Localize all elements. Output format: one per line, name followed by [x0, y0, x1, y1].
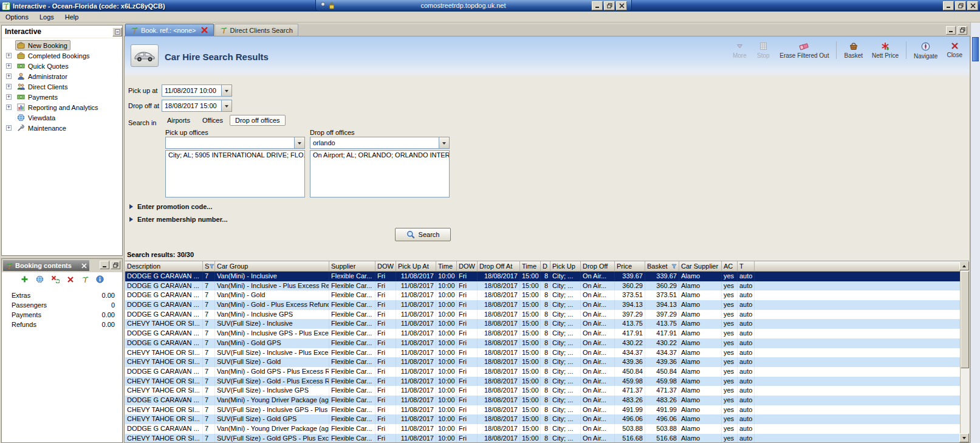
menu-item-help[interactable]: Help — [60, 12, 84, 22]
pin-icon[interactable] — [320, 2, 326, 9]
pickup-offices-dropdown-button[interactable] — [294, 137, 304, 148]
window-scrollbar-thumb[interactable] — [972, 37, 979, 61]
column-header-pick-up-at[interactable]: Pick Up At — [396, 261, 436, 272]
expander-icon[interactable]: + — [6, 105, 12, 110]
list-option[interactable]: On Airport; AL; ORLANDO; ORLANDO INTER..… — [310, 151, 449, 160]
result-row[interactable]: CHEVY TAHOE OR SI...7SUV(Full Size) - In… — [125, 386, 960, 396]
expander-icon[interactable]: + — [6, 84, 12, 89]
scrollbar-thumb[interactable] — [961, 271, 969, 368]
result-row[interactable]: CHEVY TAHOE OR SI...7SUV(Full Size) - Go… — [125, 377, 960, 386]
delete-button[interactable] — [66, 275, 75, 284]
sidebar-collapse-button[interactable] — [112, 27, 122, 36]
table-scrollbar[interactable] — [960, 261, 969, 442]
erase-filtered-out-button[interactable]: Erase Filtered Out — [776, 39, 832, 61]
document-minimize-button[interactable] — [946, 26, 956, 35]
dropoff-offices-dropdown-button[interactable] — [439, 137, 449, 148]
result-row[interactable]: DODGE G CARAVAN ...7Van(Mini) - Inclusiv… — [125, 272, 960, 281]
close-button[interactable]: Close — [943, 39, 966, 61]
column-header-d[interactable]: D — [541, 261, 550, 272]
membership-number-toggle[interactable]: Enter membership number... — [129, 216, 228, 223]
tab-close-button[interactable] — [200, 26, 208, 34]
column-header-drop-off-at[interactable]: Drop Off At — [478, 261, 520, 272]
result-row[interactable]: DODGE G CARAVAN ...7Van(Mini) - Inclusiv… — [125, 281, 960, 291]
window-minimize-button[interactable] — [943, 1, 954, 10]
scroll-down-button[interactable] — [959, 433, 969, 442]
column-header-drop-off[interactable]: Drop Off — [581, 261, 615, 272]
add-button[interactable] — [20, 275, 29, 284]
column-header-time[interactable]: Time — [436, 261, 457, 272]
pickup-offices-input[interactable] — [166, 137, 294, 148]
pickup-at-dropdown-button[interactable] — [221, 85, 231, 96]
column-header-basket[interactable]: Basket — [645, 261, 679, 272]
column-header-supplier[interactable]: Supplier — [329, 261, 375, 272]
result-row[interactable]: DODGE G CARAVAN ...7Van(Mini) - GoldFlex… — [125, 290, 960, 300]
sidebar-item-reporting-and-analytics[interactable]: +Reporting and Analytics — [2, 102, 122, 112]
column-header-dow[interactable]: DOW — [375, 261, 396, 272]
column-header-s[interactable]: S — [203, 261, 215, 272]
search-in-tab-offices[interactable]: Offices — [197, 115, 228, 126]
basket-button[interactable]: Basket — [840, 39, 866, 61]
column-header-car-supplier[interactable]: Car Supplier — [679, 261, 722, 272]
sidebar-item-completed-bookings[interactable]: +Completed Bookings — [2, 50, 122, 61]
result-row[interactable]: DODGE G CARAVAN ...7Van(Mini) - Young Dr… — [125, 396, 960, 405]
rdp-minimize-button[interactable] — [592, 1, 603, 10]
palm-button[interactable] — [81, 275, 89, 284]
pickup-at-input[interactable] — [162, 85, 221, 96]
result-row[interactable]: CHEVY TAHOE OR SI...7SUV(Full Size) - Go… — [125, 414, 960, 424]
expander-icon[interactable]: + — [6, 94, 12, 100]
navigate-button[interactable]: Navigate — [910, 39, 941, 61]
funnel-icon[interactable] — [671, 264, 677, 269]
booking-contents-minimize-button[interactable] — [100, 261, 109, 269]
expander-icon[interactable]: + — [6, 63, 12, 69]
result-row[interactable]: DODGE G CARAVAN ...7Van(Mini) - Inclusiv… — [125, 329, 960, 338]
rdp-restore-button[interactable] — [604, 1, 615, 10]
globe-button[interactable] — [35, 275, 44, 284]
column-header-dow[interactable]: DOW — [457, 261, 478, 272]
result-row[interactable]: CHEVY TAHOE OR SI...7SUV(Full Size) - In… — [125, 405, 960, 415]
rdp-close-button[interactable] — [616, 1, 627, 10]
column-header-price[interactable]: Price — [615, 261, 645, 272]
info-button[interactable] — [95, 275, 105, 284]
column-header-description[interactable]: Description — [125, 261, 203, 272]
nett-price-button[interactable]: Nett Price — [868, 39, 902, 61]
result-row[interactable]: DODGE G CARAVAN ...7Van(Mini) - Gold GPS… — [125, 338, 960, 348]
booking-contents-close-button[interactable] — [81, 263, 87, 269]
refresh-remove-button[interactable] — [50, 275, 60, 284]
result-row[interactable]: CHEVY TAHOE OR SI...7SUV(Full Size) - Go… — [125, 434, 960, 442]
list-option[interactable]: City; AL; 5905 INTERNATIONAL DRIVE; FLO.… — [166, 151, 304, 160]
tab-direct-clients-search[interactable]: Direct Clients Search — [214, 24, 298, 36]
tab-book-ref-none[interactable]: Book. ref.: <none> — [125, 24, 214, 36]
booking-contents-restore-button[interactable] — [111, 261, 120, 269]
result-row[interactable]: DODGE G CARAVAN ...7Van(Mini) - Gold GPS… — [125, 367, 960, 377]
dropoff-at-input[interactable] — [162, 100, 221, 111]
result-row[interactable]: DODGE G CARAVAN ...7Van(Mini) - Gold - P… — [125, 300, 960, 310]
sidebar-item-quick-quotes[interactable]: +Quick Quotes — [2, 61, 122, 71]
sidebar-item-viewdata[interactable]: Viewdata — [2, 112, 122, 123]
expander-icon[interactable]: + — [6, 53, 12, 58]
column-header-ac[interactable]: AC — [722, 261, 738, 272]
search-in-tab-airports[interactable]: Airports — [162, 115, 196, 126]
search-button[interactable]: Search — [395, 228, 451, 241]
result-row[interactable]: DODGE G CARAVAN ...7Van(Mini) - Inclusiv… — [125, 310, 960, 320]
funnel-icon[interactable] — [209, 264, 214, 269]
sidebar-item-direct-clients[interactable]: +Direct Clients — [2, 81, 122, 92]
column-header-pick-up[interactable]: Pick Up — [550, 261, 581, 272]
menu-item-logs[interactable]: Logs — [34, 12, 60, 22]
result-row[interactable]: DODGE G CARAVAN ...7Van(Mini) - Young Dr… — [125, 424, 960, 434]
expander-icon[interactable]: + — [6, 125, 12, 131]
promotion-code-toggle[interactable]: Enter promotion code... — [129, 203, 212, 210]
scroll-up-button[interactable] — [959, 261, 969, 270]
result-row[interactable]: CHEVY TAHOE OR SI...7SUV(Full Size) - In… — [125, 348, 960, 358]
booking-contents-titlebar[interactable]: Booking contents — [3, 260, 89, 271]
sidebar-item-maintenance[interactable]: +Maintenance — [2, 123, 122, 133]
expander-icon[interactable]: + — [6, 74, 12, 79]
window-restore-button[interactable] — [955, 1, 966, 10]
menu-item-options[interactable]: Options — [0, 12, 34, 22]
window-close-button[interactable] — [967, 1, 978, 10]
result-row[interactable]: CHEVY TAHOE OR SI...7SUV(Full Size) - Go… — [125, 357, 960, 367]
sidebar-item-new-booking[interactable]: New Booking — [2, 40, 122, 50]
dropoff-offices-input[interactable] — [310, 137, 439, 148]
dropoff-at-dropdown-button[interactable] — [221, 100, 231, 111]
result-row[interactable]: CHEVY TAHOE OR SI...7SUV(Full Size) - In… — [125, 319, 960, 329]
window-scrollbar[interactable] — [970, 22, 980, 443]
